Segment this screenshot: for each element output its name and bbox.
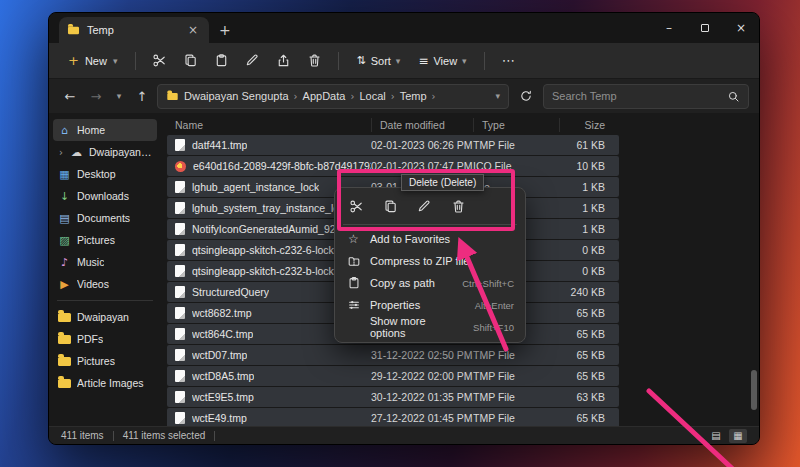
name-cell: wctD8A5.tmp <box>167 370 371 382</box>
file-size: 65 KB <box>559 349 611 361</box>
pictures-icon: ▨ <box>58 234 71 247</box>
ctx-rename-button[interactable] <box>411 194 438 218</box>
sidebar-item-dwaipayan[interactable]: Dwaipayan <box>53 306 157 328</box>
toolbar-divider <box>338 52 339 70</box>
sidebar-item-onedrive[interactable]: ›☁Dwaipayan - Per <box>53 141 157 163</box>
list-view-toggle[interactable]: ▤ <box>707 429 725 443</box>
tab-close-icon[interactable]: × <box>185 24 201 36</box>
ctx-cut-button[interactable] <box>343 194 370 218</box>
file-icon <box>175 349 185 361</box>
rename-icon <box>417 199 432 214</box>
breadcrumb-segment[interactable]: Local <box>359 90 385 102</box>
sidebar-item-downloads[interactable]: ↓Downloads <box>53 185 157 207</box>
file-icon <box>175 202 185 214</box>
breadcrumb-segment[interactable]: Dwaipayan Sengupta <box>184 90 289 102</box>
forward-button[interactable]: → <box>85 89 107 104</box>
breadcrumb-segment[interactable]: Temp <box>400 90 427 102</box>
sidebar-item-article-images[interactable]: Article Images <box>53 372 157 394</box>
sidebar-label: Dwaipayan - Per <box>89 146 152 158</box>
search-input[interactable] <box>552 90 721 102</box>
breadcrumb-separator: › <box>391 91 395 102</box>
up-button[interactable]: ↑ <box>131 89 153 104</box>
copy-button[interactable] <box>176 47 205 74</box>
ctx-copy-button[interactable] <box>377 194 404 218</box>
table-row[interactable]: wctD07.tmp31-12-2022 02:50 PMTMP File65 … <box>167 345 619 365</box>
address-bar: ← → ▾ ↑ Dwaipayan Sengupta › AppData › L… <box>49 79 759 113</box>
file-icon <box>175 181 185 193</box>
sidebar-item-pictures-folder[interactable]: Pictures <box>53 350 157 372</box>
name-cell: wctE49.tmp <box>167 412 371 424</box>
ctx-delete-button[interactable] <box>445 194 472 218</box>
file-size: 1 KB <box>559 223 611 235</box>
recent-locations-button[interactable]: ▾ <box>111 91 127 101</box>
search-icon <box>727 90 740 103</box>
menu-item-compress-zip[interactable]: Compress to ZIP file <box>339 250 521 272</box>
chevron-down-icon: ▾ <box>396 56 401 66</box>
column-header-name[interactable]: Name <box>161 118 371 132</box>
documents-icon: ▤ <box>58 212 71 225</box>
sidebar-item-pictures[interactable]: ▨Pictures <box>53 229 157 251</box>
cut-button[interactable] <box>145 47 174 74</box>
file-size: 1 KB <box>559 202 611 214</box>
title-bar: Temp × + – × <box>49 13 759 43</box>
table-row[interactable]: wctD8A5.tmp29-12-2022 02:00 PMTMP File65… <box>167 366 619 386</box>
tab-temp[interactable]: Temp × <box>59 17 209 43</box>
table-row[interactable]: wctE49.tmp27-12-2022 01:45 PMTMP File65 … <box>167 408 619 426</box>
copy-icon <box>183 53 198 68</box>
view-button[interactable]: ≡ View ▾ <box>410 49 474 73</box>
maximize-icon <box>701 24 709 32</box>
sidebar-item-desktop[interactable]: ▦Desktop <box>53 163 157 185</box>
vertical-scrollbar[interactable] <box>751 137 757 420</box>
file-name: wct864C.tmp <box>192 328 253 340</box>
menu-item-copy-as-path[interactable]: Copy as path Ctrl+Shift+C <box>339 272 521 294</box>
new-label: New <box>85 55 107 67</box>
more-options-button[interactable]: ⋯ <box>494 47 523 74</box>
file-name: e640d16d-2089-429f-8bfc-b87d49179394.tmp <box>193 160 371 172</box>
menu-item-show-more-options[interactable]: Show more options Shift+F10 <box>339 316 521 338</box>
table-row[interactable]: e640d16d-2089-429f-8bfc-b87d49179394.tmp… <box>167 156 619 176</box>
file-explorer-window: Temp × + – × + New ▾ ⇅ Sort ▾ <box>48 12 760 445</box>
back-button[interactable]: ← <box>59 89 81 104</box>
folder-icon <box>68 26 79 34</box>
breadcrumb-segment[interactable]: AppData <box>303 90 346 102</box>
breadcrumb[interactable]: Dwaipayan Sengupta › AppData › Local › T… <box>157 84 509 109</box>
column-header-date[interactable]: Date modified <box>371 118 473 132</box>
column-header-size[interactable]: Size <box>559 118 611 132</box>
rename-button[interactable] <box>238 47 267 74</box>
details-view-toggle[interactable]: ▦ <box>729 429 747 443</box>
ico-file-icon <box>175 161 186 172</box>
new-tab-button[interactable]: + <box>209 22 241 43</box>
paste-button[interactable] <box>207 47 236 74</box>
minimize-button[interactable]: – <box>651 13 687 43</box>
status-divider <box>113 431 114 441</box>
clipboard-icon <box>346 276 361 290</box>
sort-button[interactable]: ⇅ Sort ▾ <box>348 49 408 72</box>
sidebar-label: Desktop <box>77 168 116 180</box>
maximize-button[interactable] <box>687 13 723 43</box>
delete-button[interactable] <box>300 47 329 74</box>
share-button[interactable] <box>269 47 298 74</box>
sidebar-item-pdfs[interactable]: PDFs <box>53 328 157 350</box>
close-button[interactable]: × <box>723 13 759 43</box>
sidebar-item-music[interactable]: ♪Music <box>53 251 157 273</box>
new-button[interactable]: + New ▾ <box>59 48 126 73</box>
column-header-type[interactable]: Type <box>473 118 559 132</box>
sidebar-item-home[interactable]: ⌂Home <box>53 119 157 141</box>
search-box[interactable] <box>543 84 749 109</box>
table-row[interactable]: datf441.tmp02-01-2023 06:26 PMTMP File61… <box>167 135 619 155</box>
menu-item-shortcut: Shift+F10 <box>473 322 514 333</box>
sidebar-item-documents[interactable]: ▤Documents <box>53 207 157 229</box>
refresh-button[interactable] <box>513 84 539 109</box>
items-selected: 411 items selected <box>123 430 206 441</box>
expand-chevron-icon[interactable]: › <box>58 147 64 158</box>
sidebar-label: Music <box>77 256 104 268</box>
menu-item-shortcut: Ctrl+Shift+C <box>462 278 514 289</box>
menu-item-properties[interactable]: Properties Alt+Enter <box>339 294 521 316</box>
scrollbar-thumb[interactable] <box>751 370 757 410</box>
sidebar-item-videos[interactable]: ▶Videos <box>53 273 157 295</box>
table-row[interactable]: wctE9E5.tmp30-12-2022 01:35 PMTMP File63… <box>167 387 619 407</box>
file-size: 65 KB <box>559 307 611 319</box>
menu-item-add-to-favorites[interactable]: ☆ Add to Favorites <box>339 228 521 250</box>
address-dropdown-icon[interactable]: ▾ <box>495 91 500 101</box>
file-icon <box>175 139 185 151</box>
